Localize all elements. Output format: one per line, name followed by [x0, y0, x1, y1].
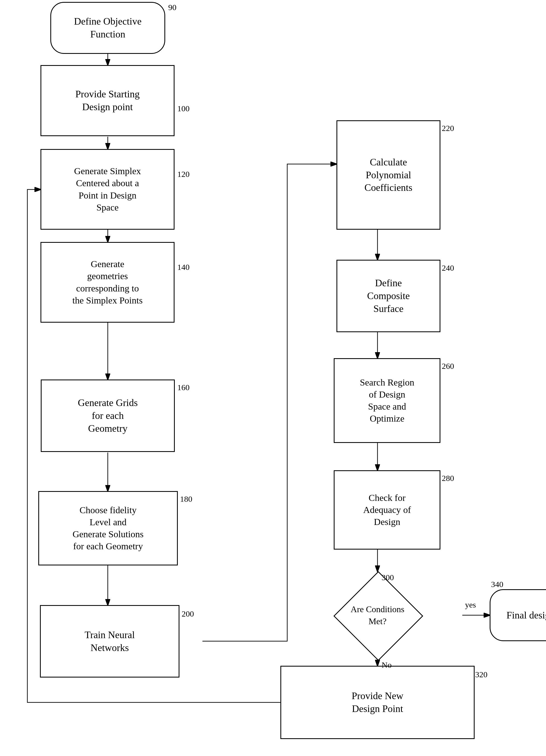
- no-label: No: [382, 660, 392, 670]
- provide-new-label: Provide New Design Point: [352, 690, 404, 715]
- train-neural-num: 200: [182, 609, 194, 618]
- check-adequacy-label: Check for Adequacy of Design: [363, 492, 411, 528]
- provide-starting-num: 100: [177, 104, 189, 113]
- generate-simplex-label: Generate Simplex Centered about a Point …: [74, 165, 141, 214]
- generate-simplex-box: Generate Simplex Centered about a Point …: [40, 149, 174, 230]
- search-region-label: Search Region of Design Space and Optimi…: [360, 376, 414, 425]
- define-objective-box: Define Objective Function: [50, 2, 165, 54]
- generate-geometries-label: Generate geometries corresponding to the…: [72, 258, 143, 307]
- generate-grids-label: Generate Grids for each Geometry: [78, 396, 138, 435]
- generate-simplex-num: 120: [177, 170, 189, 179]
- are-conditions-label: Are Conditions Met?: [351, 604, 404, 626]
- choose-fidelity-label: Choose fidelity Level and Generate Solut…: [72, 504, 144, 553]
- train-neural-label: Train Neural Networks: [84, 629, 135, 654]
- final-design-num: 340: [491, 580, 503, 589]
- provide-new-box: Provide New Design Point: [281, 666, 475, 739]
- choose-fidelity-num: 180: [180, 494, 192, 504]
- search-region-num: 260: [442, 361, 454, 371]
- calculate-polynomial-label: Calculate Polynomial Coefficients: [364, 156, 412, 194]
- calculate-polynomial-num: 220: [442, 124, 454, 133]
- flowchart: Define Objective Function 90 Provide Sta…: [0, 0, 546, 756]
- check-adequacy-num: 280: [442, 474, 454, 483]
- provide-new-num: 320: [475, 670, 487, 679]
- generate-grids-num: 160: [177, 383, 189, 392]
- choose-fidelity-box: Choose fidelity Level and Generate Solut…: [38, 491, 178, 565]
- define-composite-num: 240: [442, 263, 454, 273]
- train-neural-box: Train Neural Networks: [40, 605, 179, 678]
- final-design-box: Final design: [490, 589, 546, 641]
- generate-geometries-num: 140: [177, 262, 189, 272]
- search-region-box: Search Region of Design Space and Optimi…: [334, 358, 440, 443]
- yes-label: yes: [465, 600, 476, 609]
- define-composite-box: Define Composite Surface: [337, 260, 440, 332]
- define-objective-label: Define Objective Function: [74, 15, 142, 41]
- define-objective-num: 90: [168, 3, 176, 12]
- calculate-polynomial-box: Calculate Polynomial Coefficients: [337, 120, 440, 230]
- are-conditions-num: 300: [382, 573, 394, 582]
- provide-starting-box: Provide Starting Design point: [40, 65, 174, 136]
- check-adequacy-box: Check for Adequacy of Design: [334, 470, 440, 550]
- are-conditions-diamond: Are Conditions Met?: [337, 571, 419, 659]
- generate-geometries-box: Generate geometries corresponding to the…: [40, 242, 174, 323]
- define-composite-label: Define Composite Surface: [367, 277, 410, 315]
- generate-grids-box: Generate Grids for each Geometry: [41, 380, 175, 452]
- final-design-label: Final design: [507, 609, 546, 622]
- provide-starting-label: Provide Starting Design point: [75, 88, 140, 113]
